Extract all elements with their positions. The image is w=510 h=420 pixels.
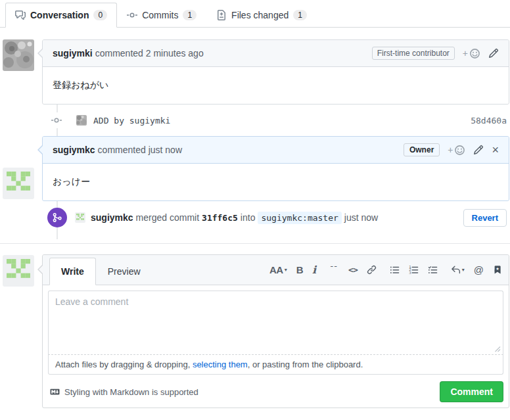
tab-commits-label: Commits: [142, 10, 178, 20]
tab-conversation-counter: 0: [93, 10, 107, 20]
chevron-down-icon: ▾: [462, 267, 465, 273]
edit-comment-button[interactable]: [488, 48, 499, 58]
saved-reply-button[interactable]: ▾: [451, 265, 465, 275]
tab-commits-counter: 1: [183, 10, 197, 20]
comment-1-header: sugiymki commented 2 minutes ago First-t…: [43, 40, 509, 67]
pr-timeline: sugiymki commented 2 minutes ago First-t…: [0, 28, 510, 243]
owner-badge: Owner: [404, 143, 440, 156]
merge-event-row: sugiymkc merged commit 31ff6c5 into sugi…: [42, 201, 507, 243]
tab-write[interactable]: Write: [49, 258, 96, 285]
markdown-supported-link[interactable]: Styling with Markdown is supported: [48, 387, 198, 397]
code-icon: <>: [348, 265, 358, 275]
close-icon: ×: [492, 145, 499, 154]
chevron-down-icon: ▾: [285, 267, 287, 273]
comment-textarea[interactable]: [48, 291, 503, 355]
merge-event-text: sugiymkc merged commit 31ff6c5 into sugi…: [91, 212, 378, 224]
merge-target-branch: sugiymkc:master: [258, 212, 341, 224]
bold-button[interactable]: B: [296, 264, 303, 275]
git-commit-icon: [127, 10, 137, 20]
tab-preview[interactable]: Preview: [96, 258, 152, 285]
comment-form-header: Write Preview AA▾ B i “ <> 123: [43, 255, 509, 285]
git-commit-icon: [51, 112, 62, 128]
merge-action-text: merged commit: [136, 212, 199, 223]
plus-icon: +: [463, 48, 468, 58]
italic-button[interactable]: i: [312, 264, 316, 276]
file-diff-icon: [216, 10, 227, 20]
ordered-list-button[interactable]: 123: [409, 265, 419, 275]
comment-submit-button[interactable]: Comment: [440, 381, 503, 402]
tab-files-changed[interactable]: Files changed 1: [206, 3, 317, 28]
code-button[interactable]: <>: [348, 265, 358, 275]
quote-button[interactable]: “: [329, 266, 339, 274]
comment-card-1: sugiymki commented 2 minutes ago First-t…: [42, 39, 509, 105]
select-files-link[interactable]: selecting them: [193, 360, 248, 369]
svg-text:3: 3: [409, 271, 411, 275]
markdown-icon: [49, 387, 60, 396]
comment-1-author-link[interactable]: sugiymki: [53, 48, 93, 58]
attach-files-bar: Attach files by dragging & dropping, sel…: [48, 355, 503, 375]
text-size-button[interactable]: AA▾: [269, 264, 287, 275]
pencil-icon: [488, 48, 499, 58]
bookmark-icon: ★: [493, 265, 502, 275]
delete-comment-button[interactable]: ×: [492, 145, 499, 154]
pr-tabnav: Conversation 0 Commits 1 Files changed 1: [0, 0, 510, 28]
list-ordered-icon: 123: [409, 265, 419, 275]
edit-comment-button[interactable]: [473, 145, 484, 155]
attach-text-prefix: Attach files by dragging & dropping,: [55, 360, 190, 369]
revert-button[interactable]: Revert: [463, 209, 507, 227]
comment-1-body: 登録おねがい: [43, 67, 509, 104]
tab-commits[interactable]: Commits 1: [117, 3, 206, 28]
smiley-icon: [454, 145, 465, 156]
list-unordered-icon: [390, 265, 400, 275]
smiley-icon: [469, 48, 480, 59]
merge-actor-avatar[interactable]: [75, 212, 85, 223]
comment-2-meta: commented just now: [98, 145, 182, 155]
link-button[interactable]: [367, 265, 377, 275]
task-list-button[interactable]: [428, 265, 438, 275]
merged-commit-sha-link[interactable]: 31ff6c5: [202, 213, 238, 223]
comment-2-header: sugiymkc commented just now Owner + ×: [43, 137, 509, 164]
svg-text:★: ★: [496, 266, 499, 271]
plus-icon: +: [448, 145, 453, 155]
comment-1-meta: commented 2 minutes ago: [95, 48, 204, 58]
commit-author-avatar[interactable]: [76, 115, 87, 126]
markdown-toolbar: AA▾ B i “ <> 123 ▾ @ ★: [269, 264, 509, 276]
avatar-sugiymki[interactable]: [3, 39, 34, 71]
tab-files-changed-counter: 1: [293, 10, 307, 20]
bold-icon: B: [296, 264, 303, 275]
comment-form-actions: Styling with Markdown is supported Comme…: [43, 380, 509, 408]
mention-button[interactable]: @: [474, 264, 484, 275]
attach-text-suffix: , or pasting from the clipboard.: [248, 360, 363, 369]
comment-card-2: sugiymkc commented just now Owner + ×: [42, 136, 509, 201]
add-reaction-button[interactable]: +: [448, 145, 465, 156]
commit-message-link[interactable]: ADD by sugiymki: [93, 116, 170, 126]
text-size-icon: AA: [269, 264, 283, 275]
unordered-list-button[interactable]: [390, 265, 400, 275]
merge-actor-link[interactable]: sugiymkc: [91, 212, 133, 223]
tab-files-changed-label: Files changed: [231, 10, 289, 20]
comment-2-body: おっけー: [43, 164, 509, 200]
add-reaction-button[interactable]: +: [463, 48, 480, 59]
commit-sha-link[interactable]: 58d460a: [471, 116, 507, 126]
current-user-avatar[interactable]: [3, 255, 34, 287]
commit-event-row: ADD by sugiymki 58d460a: [42, 105, 507, 136]
avatar-sugiymkc[interactable]: [3, 168, 34, 199]
comment-discussion-icon: [15, 10, 26, 20]
comment-2-author-link[interactable]: sugiymkc: [53, 145, 95, 155]
pencil-icon: [473, 145, 484, 155]
tasklist-icon: [428, 265, 438, 275]
merge-time: just now: [344, 212, 378, 223]
new-comment-section: Write Preview AA▾ B i “ <> 123: [0, 244, 510, 408]
comment-form-box: Write Preview AA▾ B i “ <> 123: [42, 254, 509, 408]
markdown-note-text: Styling with Markdown is supported: [64, 387, 198, 397]
tab-conversation[interactable]: Conversation 0: [5, 3, 117, 28]
reply-icon: [451, 265, 461, 275]
git-merge-icon: [47, 208, 67, 227]
resize-grip[interactable]: [494, 346, 501, 352]
comment-editor: Attach files by dragging & dropping, sel…: [48, 291, 503, 375]
bookmark-button[interactable]: ★: [493, 265, 502, 275]
tab-conversation-label: Conversation: [30, 10, 89, 20]
merge-into-text: into: [241, 212, 256, 223]
quote-icon: “: [329, 266, 339, 274]
first-time-contributor-badge: First-time contributor: [372, 47, 455, 60]
